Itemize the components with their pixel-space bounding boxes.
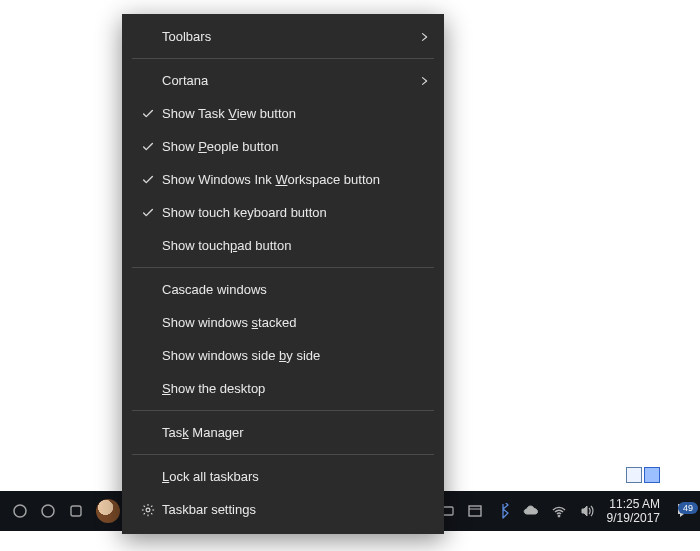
- taskbar-context-menu: ToolbarsCortanaShow Task View buttonShow…: [122, 14, 444, 534]
- menu-separator: [132, 454, 434, 455]
- menu-separator: [132, 410, 434, 411]
- menu-item-label: Cortana: [162, 73, 412, 88]
- menu-item-label: Show windows side by side: [162, 348, 412, 363]
- system-tray: 11:25 AM 9/19/2017 49: [405, 491, 700, 531]
- svg-point-10: [42, 505, 54, 517]
- menu-item-cascade-windows[interactable]: Cascade windows: [122, 273, 444, 306]
- menu-item-show-touch-keyboard-button[interactable]: Show touch keyboard button: [122, 196, 444, 229]
- check-icon: [134, 140, 162, 154]
- menu-item-label: Cascade windows: [162, 282, 412, 297]
- menu-item-show-windows-stacked[interactable]: Show windows stacked: [122, 306, 444, 339]
- chevron-right-icon: [412, 32, 430, 42]
- menu-item-label: Taskbar settings: [162, 502, 412, 517]
- menu-item-toolbars[interactable]: Toolbars: [122, 20, 444, 53]
- action-center-count: 49: [678, 502, 698, 514]
- desktop-thumb-active[interactable]: [644, 467, 660, 483]
- svg-line-8: [151, 505, 152, 506]
- svg-point-15: [558, 515, 560, 517]
- check-icon: [134, 206, 162, 220]
- menu-item-lock-all-taskbars[interactable]: Lock all taskbars: [122, 460, 444, 493]
- menu-item-cortana[interactable]: Cortana: [122, 64, 444, 97]
- check-icon: [134, 107, 162, 121]
- menu-item-show-touchpad-button[interactable]: Show touchpad button: [122, 229, 444, 262]
- menu-item-taskbar-settings[interactable]: Taskbar settings: [122, 493, 444, 526]
- menu-item-task-manager[interactable]: Task Manager: [122, 416, 444, 449]
- menu-item-label: Show touch keyboard button: [162, 205, 412, 220]
- taskbar-clock[interactable]: 11:25 AM 9/19/2017: [601, 497, 670, 525]
- menu-item-show-task-view-button[interactable]: Show Task View button: [122, 97, 444, 130]
- menu-separator: [132, 267, 434, 268]
- people-avatar-icon[interactable]: [96, 499, 120, 523]
- svg-rect-11: [71, 506, 81, 516]
- desktop-switcher: [626, 467, 660, 485]
- menu-item-label: Show windows stacked: [162, 315, 412, 330]
- menu-item-show-windows-ink-workspace-button[interactable]: Show Windows Ink Workspace button: [122, 163, 444, 196]
- onedrive-icon[interactable]: [517, 491, 545, 531]
- menu-item-label: Show the desktop: [162, 381, 412, 396]
- menu-item-label: Show People button: [162, 139, 412, 154]
- menu-separator: [132, 58, 434, 59]
- menu-item-label: Task Manager: [162, 425, 412, 440]
- tray-app-icon[interactable]: [461, 491, 489, 531]
- clock-time: 11:25 AM: [609, 497, 660, 511]
- volume-icon[interactable]: [573, 491, 601, 531]
- menu-item-label: Show Task View button: [162, 106, 412, 121]
- bluetooth-icon[interactable]: [489, 491, 517, 531]
- clock-date: 9/19/2017: [607, 511, 660, 525]
- menu-item-label: Show touchpad button: [162, 238, 412, 253]
- taskbar-app-icon[interactable]: [62, 491, 90, 531]
- taskbar-app-icon[interactable]: [34, 491, 62, 531]
- menu-item-label: Toolbars: [162, 29, 412, 44]
- menu-item-label: Show Windows Ink Workspace button: [162, 172, 412, 187]
- menu-item-label: Lock all taskbars: [162, 469, 412, 484]
- svg-point-9: [14, 505, 26, 517]
- chevron-right-icon: [412, 76, 430, 86]
- action-center-icon[interactable]: 49: [670, 502, 700, 520]
- menu-item-show-people-button[interactable]: Show People button: [122, 130, 444, 163]
- menu-item-show-the-desktop[interactable]: Show the desktop: [122, 372, 444, 405]
- menu-item-show-windows-side-by-side[interactable]: Show windows side by side: [122, 339, 444, 372]
- check-icon: [134, 173, 162, 187]
- desktop-thumb[interactable]: [626, 467, 642, 483]
- svg-rect-13: [469, 506, 481, 516]
- svg-point-0: [146, 508, 150, 512]
- wifi-icon[interactable]: [545, 491, 573, 531]
- svg-line-7: [144, 513, 145, 514]
- svg-line-6: [151, 513, 152, 514]
- taskbar-app-icon[interactable]: [6, 491, 34, 531]
- svg-line-5: [144, 505, 145, 506]
- gear-icon: [134, 503, 162, 517]
